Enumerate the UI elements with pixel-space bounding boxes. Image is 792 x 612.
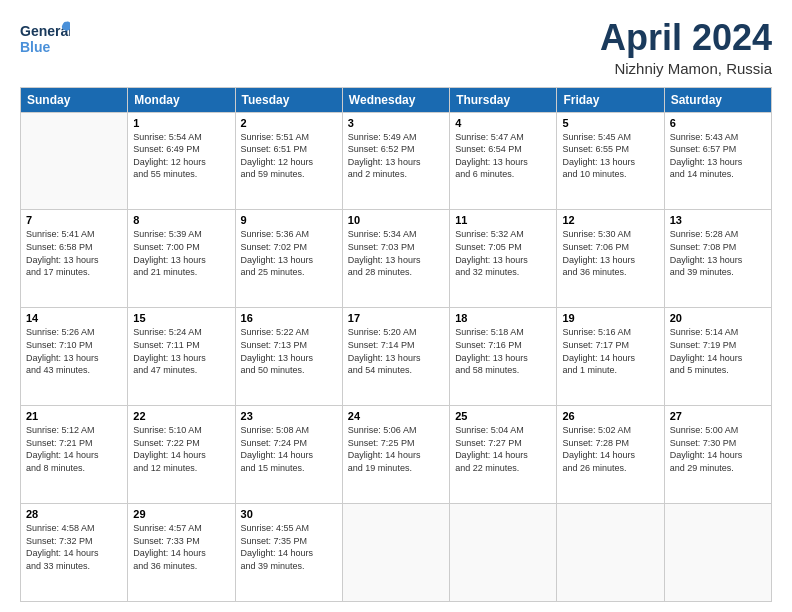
col-sunday: Sunday xyxy=(21,87,128,112)
table-cell: 21Sunrise: 5:12 AM Sunset: 7:21 PM Dayli… xyxy=(21,406,128,504)
table-cell: 14Sunrise: 5:26 AM Sunset: 7:10 PM Dayli… xyxy=(21,308,128,406)
day-info: Sunrise: 5:28 AM Sunset: 7:08 PM Dayligh… xyxy=(670,228,766,278)
calendar-row: 28Sunrise: 4:58 AM Sunset: 7:32 PM Dayli… xyxy=(21,504,772,602)
header-row: Sunday Monday Tuesday Wednesday Thursday… xyxy=(21,87,772,112)
table-cell: 20Sunrise: 5:14 AM Sunset: 7:19 PM Dayli… xyxy=(664,308,771,406)
day-info: Sunrise: 5:39 AM Sunset: 7:00 PM Dayligh… xyxy=(133,228,229,278)
day-info: Sunrise: 4:58 AM Sunset: 7:32 PM Dayligh… xyxy=(26,522,122,572)
day-info: Sunrise: 5:10 AM Sunset: 7:22 PM Dayligh… xyxy=(133,424,229,474)
day-number: 21 xyxy=(26,410,122,422)
day-number: 14 xyxy=(26,312,122,324)
day-info: Sunrise: 4:55 AM Sunset: 7:35 PM Dayligh… xyxy=(241,522,337,572)
day-info: Sunrise: 5:30 AM Sunset: 7:06 PM Dayligh… xyxy=(562,228,658,278)
day-number: 1 xyxy=(133,117,229,129)
table-cell: 7Sunrise: 5:41 AM Sunset: 6:58 PM Daylig… xyxy=(21,210,128,308)
calendar-page: General Blue April 2024 Nizhniy Mamon, R… xyxy=(0,0,792,612)
day-info: Sunrise: 5:08 AM Sunset: 7:24 PM Dayligh… xyxy=(241,424,337,474)
day-number: 3 xyxy=(348,117,444,129)
table-cell: 27Sunrise: 5:00 AM Sunset: 7:30 PM Dayli… xyxy=(664,406,771,504)
col-tuesday: Tuesday xyxy=(235,87,342,112)
day-number: 22 xyxy=(133,410,229,422)
calendar-table: Sunday Monday Tuesday Wednesday Thursday… xyxy=(20,87,772,602)
table-cell: 23Sunrise: 5:08 AM Sunset: 7:24 PM Dayli… xyxy=(235,406,342,504)
day-info: Sunrise: 5:36 AM Sunset: 7:02 PM Dayligh… xyxy=(241,228,337,278)
table-cell: 26Sunrise: 5:02 AM Sunset: 7:28 PM Dayli… xyxy=(557,406,664,504)
day-info: Sunrise: 5:22 AM Sunset: 7:13 PM Dayligh… xyxy=(241,326,337,376)
calendar-row: 7Sunrise: 5:41 AM Sunset: 6:58 PM Daylig… xyxy=(21,210,772,308)
table-cell: 3Sunrise: 5:49 AM Sunset: 6:52 PM Daylig… xyxy=(342,112,449,210)
table-cell: 2Sunrise: 5:51 AM Sunset: 6:51 PM Daylig… xyxy=(235,112,342,210)
day-info: Sunrise: 5:49 AM Sunset: 6:52 PM Dayligh… xyxy=(348,131,444,181)
day-info: Sunrise: 5:43 AM Sunset: 6:57 PM Dayligh… xyxy=(670,131,766,181)
table-cell: 12Sunrise: 5:30 AM Sunset: 7:06 PM Dayli… xyxy=(557,210,664,308)
day-number: 2 xyxy=(241,117,337,129)
day-info: Sunrise: 5:32 AM Sunset: 7:05 PM Dayligh… xyxy=(455,228,551,278)
day-info: Sunrise: 5:18 AM Sunset: 7:16 PM Dayligh… xyxy=(455,326,551,376)
table-cell: 4Sunrise: 5:47 AM Sunset: 6:54 PM Daylig… xyxy=(450,112,557,210)
day-info: Sunrise: 5:12 AM Sunset: 7:21 PM Dayligh… xyxy=(26,424,122,474)
calendar-row: 14Sunrise: 5:26 AM Sunset: 7:10 PM Dayli… xyxy=(21,308,772,406)
day-number: 19 xyxy=(562,312,658,324)
day-info: Sunrise: 5:04 AM Sunset: 7:27 PM Dayligh… xyxy=(455,424,551,474)
col-wednesday: Wednesday xyxy=(342,87,449,112)
title-section: April 2024 Nizhniy Mamon, Russia xyxy=(600,18,772,77)
day-info: Sunrise: 5:24 AM Sunset: 7:11 PM Dayligh… xyxy=(133,326,229,376)
table-cell: 13Sunrise: 5:28 AM Sunset: 7:08 PM Dayli… xyxy=(664,210,771,308)
day-number: 12 xyxy=(562,214,658,226)
table-cell: 15Sunrise: 5:24 AM Sunset: 7:11 PM Dayli… xyxy=(128,308,235,406)
col-friday: Friday xyxy=(557,87,664,112)
day-info: Sunrise: 5:02 AM Sunset: 7:28 PM Dayligh… xyxy=(562,424,658,474)
day-info: Sunrise: 5:14 AM Sunset: 7:19 PM Dayligh… xyxy=(670,326,766,376)
day-number: 23 xyxy=(241,410,337,422)
day-number: 7 xyxy=(26,214,122,226)
day-info: Sunrise: 5:20 AM Sunset: 7:14 PM Dayligh… xyxy=(348,326,444,376)
day-number: 20 xyxy=(670,312,766,324)
col-monday: Monday xyxy=(128,87,235,112)
calendar-row: 21Sunrise: 5:12 AM Sunset: 7:21 PM Dayli… xyxy=(21,406,772,504)
day-info: Sunrise: 5:47 AM Sunset: 6:54 PM Dayligh… xyxy=(455,131,551,181)
day-info: Sunrise: 5:54 AM Sunset: 6:49 PM Dayligh… xyxy=(133,131,229,181)
svg-text:Blue: Blue xyxy=(20,39,51,55)
calendar-row: 1Sunrise: 5:54 AM Sunset: 6:49 PM Daylig… xyxy=(21,112,772,210)
day-info: Sunrise: 5:26 AM Sunset: 7:10 PM Dayligh… xyxy=(26,326,122,376)
table-cell: 29Sunrise: 4:57 AM Sunset: 7:33 PM Dayli… xyxy=(128,504,235,602)
header: General Blue April 2024 Nizhniy Mamon, R… xyxy=(20,18,772,77)
day-number: 28 xyxy=(26,508,122,520)
table-cell: 11Sunrise: 5:32 AM Sunset: 7:05 PM Dayli… xyxy=(450,210,557,308)
calendar-title: April 2024 xyxy=(600,18,772,58)
table-cell: 25Sunrise: 5:04 AM Sunset: 7:27 PM Dayli… xyxy=(450,406,557,504)
table-cell xyxy=(21,112,128,210)
table-cell xyxy=(450,504,557,602)
table-cell: 30Sunrise: 4:55 AM Sunset: 7:35 PM Dayli… xyxy=(235,504,342,602)
table-cell xyxy=(557,504,664,602)
day-number: 8 xyxy=(133,214,229,226)
table-cell: 16Sunrise: 5:22 AM Sunset: 7:13 PM Dayli… xyxy=(235,308,342,406)
logo-svg: General Blue xyxy=(20,18,70,60)
day-number: 24 xyxy=(348,410,444,422)
day-number: 13 xyxy=(670,214,766,226)
day-number: 6 xyxy=(670,117,766,129)
day-number: 11 xyxy=(455,214,551,226)
day-number: 27 xyxy=(670,410,766,422)
day-number: 4 xyxy=(455,117,551,129)
table-cell: 9Sunrise: 5:36 AM Sunset: 7:02 PM Daylig… xyxy=(235,210,342,308)
table-cell: 19Sunrise: 5:16 AM Sunset: 7:17 PM Dayli… xyxy=(557,308,664,406)
day-number: 30 xyxy=(241,508,337,520)
table-cell xyxy=(342,504,449,602)
day-number: 16 xyxy=(241,312,337,324)
day-info: Sunrise: 5:45 AM Sunset: 6:55 PM Dayligh… xyxy=(562,131,658,181)
table-cell: 24Sunrise: 5:06 AM Sunset: 7:25 PM Dayli… xyxy=(342,406,449,504)
day-info: Sunrise: 5:00 AM Sunset: 7:30 PM Dayligh… xyxy=(670,424,766,474)
table-cell: 10Sunrise: 5:34 AM Sunset: 7:03 PM Dayli… xyxy=(342,210,449,308)
day-info: Sunrise: 5:34 AM Sunset: 7:03 PM Dayligh… xyxy=(348,228,444,278)
day-info: Sunrise: 5:16 AM Sunset: 7:17 PM Dayligh… xyxy=(562,326,658,376)
logo: General Blue xyxy=(20,18,70,60)
table-cell: 8Sunrise: 5:39 AM Sunset: 7:00 PM Daylig… xyxy=(128,210,235,308)
table-cell: 6Sunrise: 5:43 AM Sunset: 6:57 PM Daylig… xyxy=(664,112,771,210)
day-number: 17 xyxy=(348,312,444,324)
day-number: 5 xyxy=(562,117,658,129)
col-thursday: Thursday xyxy=(450,87,557,112)
table-cell: 5Sunrise: 5:45 AM Sunset: 6:55 PM Daylig… xyxy=(557,112,664,210)
table-cell: 22Sunrise: 5:10 AM Sunset: 7:22 PM Dayli… xyxy=(128,406,235,504)
day-info: Sunrise: 5:51 AM Sunset: 6:51 PM Dayligh… xyxy=(241,131,337,181)
